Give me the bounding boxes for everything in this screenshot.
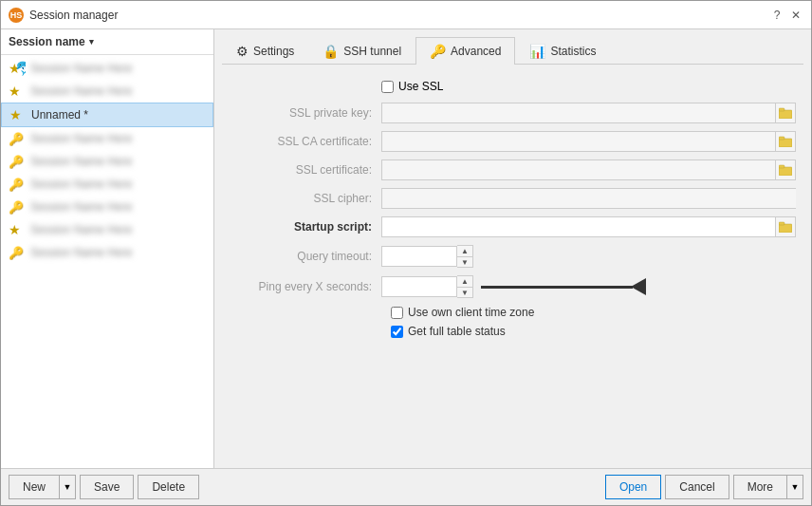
more-button[interactable]: More xyxy=(733,475,786,499)
star-icon: ★ 🐬 xyxy=(9,60,26,77)
new-button[interactable]: New xyxy=(9,475,59,499)
svg-rect-10 xyxy=(779,110,792,119)
svg-text:🔑: 🔑 xyxy=(9,199,25,216)
get-full-table-checkbox[interactable] xyxy=(391,326,403,338)
svg-text:🔑: 🔑 xyxy=(9,154,25,170)
ssl-private-key-label: SSL private key: xyxy=(230,106,381,120)
startup-script-browse-btn[interactable] xyxy=(775,216,796,237)
query-timeout-input[interactable]: 0 xyxy=(381,246,457,267)
list-item[interactable]: 🔑 Session Name Here xyxy=(1,150,213,173)
arrow-line xyxy=(481,286,633,289)
item-label: Session Name Here xyxy=(30,132,206,145)
ssl-ca-cert-input[interactable] xyxy=(381,131,775,152)
list-item[interactable]: 🔑 Session Name Here xyxy=(1,241,213,264)
new-dropdown-btn[interactable]: ▼ xyxy=(59,475,76,499)
arrow-head xyxy=(631,278,646,295)
tab-statistics-label: Statistics xyxy=(550,45,596,58)
use-ssl-checkbox[interactable] xyxy=(381,81,394,93)
svg-rect-12 xyxy=(779,139,792,147)
key-icon: 🔑 xyxy=(9,198,26,216)
tab-bar: ⚙ Settings 🔒 SSH tunnel 🔑 Advanced 📊 Sta… xyxy=(222,37,803,65)
delete-button[interactable]: Delete xyxy=(138,475,199,499)
open-button[interactable]: Open xyxy=(605,475,661,499)
svg-rect-15 xyxy=(779,165,784,168)
list-item[interactable]: ★ Session Name Here xyxy=(1,80,213,103)
more-btn-group: More ▼ xyxy=(733,475,803,499)
item-label: Unnamed * xyxy=(31,108,88,122)
query-timeout-up-btn[interactable]: ▲ xyxy=(457,246,472,256)
ping-row: Ping every X seconds: 0 ▲ ▼ xyxy=(230,275,796,298)
star-icon: ★ xyxy=(9,83,26,100)
session-manager-window: HS Session manager ? ✕ Session name ▾ ★ … xyxy=(0,0,812,506)
use-ssl-row: Use SSL xyxy=(230,80,796,93)
key-icon: 🔑 xyxy=(9,244,26,261)
startup-script-input[interactable] xyxy=(381,216,775,237)
ssl-ca-cert-browse-btn[interactable] xyxy=(775,131,796,152)
tab-ssh-tunnel[interactable]: 🔒 SSH tunnel xyxy=(308,37,415,65)
list-item[interactable]: 🔑 Session Name Here xyxy=(1,196,213,218)
startup-script-row: Startup script: xyxy=(230,216,796,237)
ping-label: Ping every X seconds: xyxy=(230,280,381,293)
query-timeout-down-btn[interactable]: ▼ xyxy=(457,256,472,267)
ping-input[interactable]: 0 xyxy=(381,276,457,297)
more-dropdown-btn[interactable]: ▼ xyxy=(786,475,803,499)
item-label: Session Name Here xyxy=(30,178,206,191)
svg-rect-11 xyxy=(779,108,784,111)
svg-text:🐬: 🐬 xyxy=(15,61,26,77)
item-label: Session Name Here xyxy=(30,84,206,98)
svg-text:🔑: 🔑 xyxy=(9,131,25,147)
list-item[interactable]: ★ 🐬 Session Name Here xyxy=(1,57,213,80)
ssl-cert-input[interactable] xyxy=(381,159,775,180)
item-label: Session Name Here xyxy=(30,200,206,214)
startup-script-field-group xyxy=(381,216,796,237)
list-item[interactable]: 🔑 Session Name Here xyxy=(1,173,213,196)
svg-text:★: ★ xyxy=(9,107,22,122)
cancel-button[interactable]: Cancel xyxy=(665,475,729,499)
ssh-tunnel-icon: 🔒 xyxy=(323,44,339,59)
session-sort-arrow: ▾ xyxy=(89,37,94,47)
app-icon: HS xyxy=(9,8,24,23)
get-full-table-label[interactable]: Get full table status xyxy=(408,325,506,338)
ping-down-btn[interactable]: ▼ xyxy=(457,287,472,297)
tab-advanced-label: Advanced xyxy=(451,45,501,58)
ssl-private-key-browse-btn[interactable] xyxy=(775,103,796,123)
use-ssl-label[interactable]: Use SSL xyxy=(398,80,443,93)
query-timeout-spinner: 0 ▲ ▼ xyxy=(381,245,473,268)
tab-advanced[interactable]: 🔑 Advanced xyxy=(415,37,515,65)
use-own-timezone-label[interactable]: Use own client time zone xyxy=(408,306,534,319)
window-title: Session manager xyxy=(29,9,769,22)
ssl-ca-cert-label: SSL CA certificate: xyxy=(230,135,381,148)
new-btn-group: New ▼ xyxy=(9,475,76,499)
right-panel: ⚙ Settings 🔒 SSH tunnel 🔑 Advanced 📊 Sta… xyxy=(214,29,811,468)
bottom-bar: New ▼ Save Delete Open Cancel More ▼ xyxy=(1,468,811,505)
use-own-timezone-row: Use own client time zone xyxy=(230,306,796,319)
advanced-icon: 🔑 xyxy=(430,44,446,59)
svg-text:★: ★ xyxy=(9,222,21,237)
settings-icon: ⚙ xyxy=(236,44,249,59)
ssl-private-key-input[interactable] xyxy=(381,103,775,123)
list-item[interactable]: ★ Session Name Here xyxy=(1,218,213,241)
session-header[interactable]: Session name ▾ xyxy=(1,29,213,55)
key-icon: 🔑 xyxy=(9,130,26,147)
list-item[interactable]: 🔑 Session Name Here xyxy=(1,127,213,150)
ssl-ca-cert-row: SSL CA certificate: xyxy=(230,131,796,152)
tab-settings[interactable]: ⚙ Settings xyxy=(222,37,308,65)
tab-statistics[interactable]: 📊 Statistics xyxy=(515,37,610,65)
ssl-cipher-input[interactable] xyxy=(381,188,796,209)
use-own-timezone-checkbox[interactable] xyxy=(391,307,403,319)
ssl-cipher-row: SSL cipher: xyxy=(230,188,796,209)
ping-up-btn[interactable]: ▲ xyxy=(457,276,472,287)
help-button[interactable]: ? xyxy=(769,8,784,23)
tab-settings-label: Settings xyxy=(253,45,294,58)
item-label: Session Name Here xyxy=(30,62,206,75)
key-icon: 🔑 xyxy=(9,176,26,193)
ssl-cert-browse-btn[interactable] xyxy=(775,159,796,180)
svg-rect-13 xyxy=(779,137,784,140)
close-button[interactable]: ✕ xyxy=(788,8,803,23)
svg-text:🔑: 🔑 xyxy=(9,177,25,193)
svg-text:★: ★ xyxy=(9,84,21,99)
ssl-cipher-field-group xyxy=(381,188,796,209)
advanced-form: Use SSL SSL private key: xyxy=(222,76,803,460)
save-button[interactable]: Save xyxy=(80,475,134,499)
list-item-selected[interactable]: ★ Unnamed * xyxy=(1,103,213,127)
